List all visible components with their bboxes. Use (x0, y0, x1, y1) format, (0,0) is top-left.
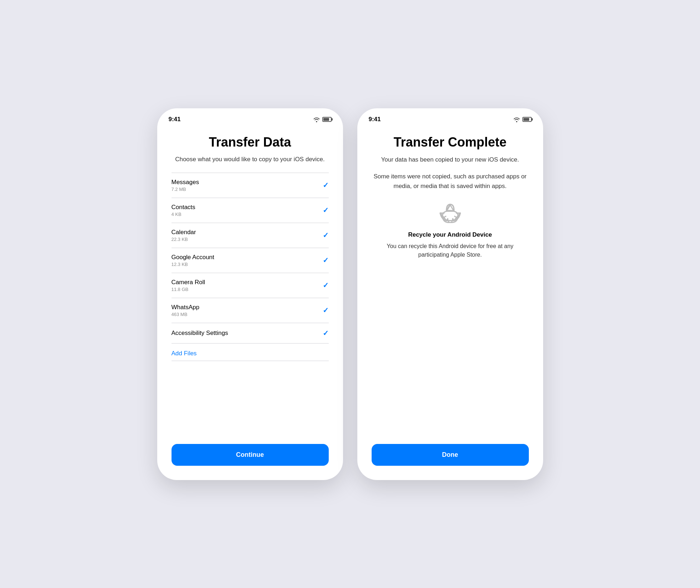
item-size-google: 12.3 KB (172, 262, 214, 267)
status-bar-1: 9:41 (157, 108, 343, 128)
recycle-title: Recycle your Android Device (408, 231, 492, 238)
screen1-subtitle: Choose what you would like to copy to yo… (172, 155, 329, 164)
screen2-note: Some items were not copied, such as purc… (372, 172, 529, 191)
add-files-button[interactable]: Add Files (172, 344, 329, 361)
wifi-icon-1 (313, 117, 320, 122)
check-icon-accessibility: ✓ (323, 329, 329, 337)
item-size-calendar: 22.3 KB (172, 237, 196, 242)
status-time-1: 9:41 (169, 116, 181, 123)
status-bar-2: 9:41 (357, 108, 543, 128)
check-icon-messages: ✓ (323, 181, 329, 189)
wifi-icon-2 (513, 117, 520, 122)
screen1-content: Transfer Data Choose what you would like… (157, 128, 343, 480)
continue-button[interactable]: Continue (172, 444, 329, 466)
list-item[interactable]: Camera Roll 11.8 GB ✓ (172, 273, 329, 298)
recycle-desc: You can recycle this Android device for … (372, 242, 529, 259)
item-name-camera: Camera Roll (172, 279, 205, 286)
item-name-messages: Messages (172, 179, 199, 186)
item-name-google: Google Account (172, 254, 214, 261)
recycle-icon (438, 201, 463, 226)
phone-screen-2: 9:41 Transfer Complete Your data has bee… (357, 108, 543, 480)
list-item[interactable]: Accessibility Settings ✓ (172, 323, 329, 344)
item-size-messages: 7.2 MB (172, 187, 199, 192)
list-item[interactable]: Messages 7.2 MB ✓ (172, 173, 329, 198)
item-size-contacts: 4 KB (172, 212, 195, 217)
screen2-title: Transfer Complete (372, 135, 529, 149)
status-icons-2 (513, 117, 532, 122)
check-icon-calendar: ✓ (323, 231, 329, 239)
phone-screen-1: 9:41 Transfer Data Choose what you would… (157, 108, 343, 480)
battery-icon-1 (322, 117, 332, 122)
list-item[interactable]: Google Account 12.3 KB ✓ (172, 248, 329, 273)
done-button[interactable]: Done (372, 444, 529, 466)
screen1-title: Transfer Data (172, 135, 329, 149)
status-time-2: 9:41 (369, 116, 381, 123)
check-icon-whatsapp: ✓ (323, 306, 329, 315)
item-name-calendar: Calendar (172, 229, 196, 236)
recycle-section: Recycle your Android Device You can recy… (372, 194, 529, 259)
item-name-accessibility: Accessibility Settings (172, 330, 228, 337)
check-icon-google: ✓ (323, 256, 329, 265)
battery-icon-2 (522, 117, 532, 122)
item-size-camera: 11.8 GB (172, 287, 205, 292)
check-icon-camera: ✓ (323, 281, 329, 290)
recycle-svg (438, 201, 463, 226)
item-size-whatsapp: 463 MB (172, 312, 199, 317)
status-icons-1 (313, 117, 332, 122)
check-icon-contacts: ✓ (323, 206, 329, 214)
screen2-content: Transfer Complete Your data has been cop… (357, 128, 543, 480)
item-name-contacts: Contacts (172, 204, 195, 211)
list-item[interactable]: Calendar 22.3 KB ✓ (172, 223, 329, 248)
list-item[interactable]: WhatsApp 463 MB ✓ (172, 298, 329, 323)
list-item[interactable]: Contacts 4 KB ✓ (172, 198, 329, 223)
item-name-whatsapp: WhatsApp (172, 304, 199, 311)
screen2-subtitle: Your data has been copied to your new iO… (372, 155, 529, 164)
